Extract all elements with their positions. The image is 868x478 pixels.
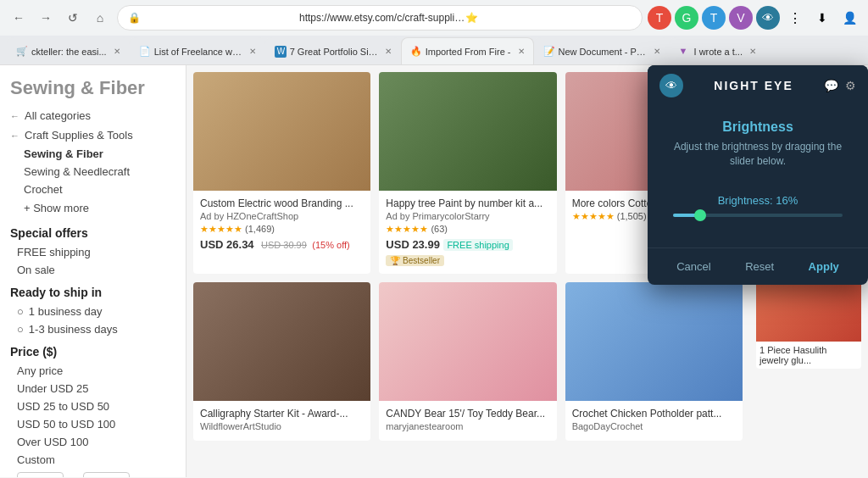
tab-imported[interactable]: 🔥 Imported From Fire - ✕ (401, 37, 534, 64)
price-high-input[interactable] (83, 472, 130, 477)
price-low-input[interactable] (17, 472, 64, 477)
product-shop-6: BagoDayCrochet (572, 421, 736, 431)
sidebar-sewing-needlecraft-label: Sewing & Needlecraft (24, 165, 130, 178)
tab-label-freelance: List of Freelance we... (154, 47, 242, 57)
product-shop-5: maryjanestearoom (386, 421, 549, 431)
tab-newdoc[interactable]: 📝 New Document - Pr... ✕ (534, 37, 670, 64)
address-bar[interactable]: 🔒 https://www.etsy.com/c/craft-supplies-… (117, 5, 643, 31)
sidebar-item-sewing-fiber[interactable]: Sewing & Fiber (0, 145, 186, 163)
night-eye-body: Brightness Adjust the brightness by drag… (648, 106, 868, 247)
sidebar-craft-supplies[interactable]: ← Craft Supplies & Tools (0, 125, 186, 145)
sidebar-free-shipping[interactable]: FREE shipping (0, 243, 186, 261)
tab-close-etsy[interactable]: ✕ (114, 47, 120, 56)
sidebar-all-categories[interactable]: ← All categories (0, 106, 186, 125)
product-price-row-1: USD 26.34 USD 30.99 (15% off) (200, 236, 364, 252)
night-eye-popup: 👁 NIGHT EYE 💬 ⚙ Brightness Adjust the br… (648, 65, 868, 285)
reset-button[interactable]: Reset (738, 257, 781, 276)
tab-close-freelance[interactable]: ✕ (249, 47, 256, 56)
tab-label-newdoc: New Document - Pr... (559, 47, 647, 57)
product-free-shipping-2: FREE shipping (443, 239, 512, 251)
product-card-1[interactable]: Custom Electric wood Branding ... Ad by … (193, 72, 370, 274)
tab-close-portfolio[interactable]: ✕ (385, 47, 392, 56)
slider-thumb[interactable] (694, 209, 706, 221)
ready-ship-title: Ready to ship in (0, 279, 186, 303)
radio-icon-1: ○ (17, 305, 24, 318)
price-title: Price ($) (10, 345, 175, 358)
night-eye-chat-icon[interactable]: 💬 (824, 79, 838, 92)
brightness-title: Brightness (665, 119, 851, 135)
lock-icon: 🔒 (128, 12, 294, 24)
cancel-button[interactable]: Cancel (670, 257, 717, 276)
page-content: Sewing & Fiber ← All categories ← Craft … (0, 65, 868, 477)
ext-icon-2[interactable]: G (675, 6, 698, 30)
product-price-row-2: USD 23.99 FREE shipping (386, 236, 549, 252)
right-product-jewelry[interactable]: 1 Piece Hasulith jewelry glu... (756, 274, 861, 369)
product-card-4[interactable]: Calligraphy Starter Kit - Award-... Wild… (193, 282, 370, 441)
product-title-6: Crochet Chicken Potholder patt... (572, 408, 736, 420)
download-button[interactable]: ⬇ (810, 6, 834, 30)
tab-freelance[interactable]: 📄 List of Freelance we... ✕ (130, 37, 265, 64)
brightness-slider-container[interactable] (665, 214, 851, 217)
browser-extension-icons: T G T V 👁 ⋮ ⬇ 👤 (648, 6, 861, 30)
tab-label-wrote: I wrote a t... (694, 47, 743, 57)
tab-favicon-newdoc: 📝 (543, 46, 555, 58)
sidebar-25-50[interactable]: USD 25 to USD 50 (10, 397, 175, 415)
refresh-button[interactable]: ↺ (61, 6, 85, 30)
night-eye-logo-icon: 👁 (665, 79, 677, 92)
sidebar-over-100[interactable]: Over USD 100 (10, 433, 175, 451)
product-shop-2: Ad by PrimarycolorStarry (386, 211, 549, 221)
radio-icon-2: ○ (17, 323, 24, 336)
night-eye-settings-icon[interactable]: ⚙ (845, 79, 856, 92)
sidebar-1-business-day[interactable]: ○ 1 business day (0, 303, 186, 320)
sidebar-all-categories-label: All categories (25, 109, 91, 122)
price-section: Price ($) Any price Under USD 25 USD 25 … (0, 338, 186, 477)
product-image-1 (193, 72, 370, 191)
tab-etsy[interactable]: 🛒 ckteller: the easi... ✕ (7, 37, 130, 64)
sidebar: Sewing & Fiber ← All categories ← Craft … (0, 65, 186, 477)
sidebar-sewing-fiber-label: Sewing & Fiber (24, 147, 103, 160)
forward-button[interactable]: → (34, 6, 58, 30)
sidebar-custom[interactable]: Custom (10, 451, 175, 469)
home-button[interactable]: ⌂ (88, 6, 112, 30)
tab-favicon-etsy: 🛒 (16, 46, 28, 58)
night-eye-title: NIGHT EYE (714, 79, 793, 92)
show-more-button[interactable]: + Show more (0, 198, 186, 218)
product-card-2[interactable]: Happy tree Paint by number kit a... Ad b… (379, 72, 556, 274)
sidebar-item-crochet[interactable]: Crochet (0, 181, 186, 198)
price-go-button[interactable]: › (164, 473, 169, 478)
browser-chrome: ← → ↺ ⌂ 🔒 https://www.etsy.com/c/craft-s… (0, 0, 868, 65)
product-title-1: Custom Electric wood Branding ... (200, 197, 364, 209)
ext-menu-button[interactable]: ⋮ (783, 6, 807, 30)
sidebar-under-25[interactable]: Under USD 25 (10, 380, 175, 397)
nav-buttons: ← → ↺ ⌂ (7, 6, 112, 30)
sidebar-on-sale[interactable]: On sale (0, 261, 186, 279)
product-shop-4: WildflowerArtStudio (200, 421, 364, 431)
night-eye-ext-icon[interactable]: 👁 (756, 6, 780, 30)
tab-close-imported[interactable]: ✕ (518, 47, 525, 56)
ext-icon-1[interactable]: T (648, 6, 671, 30)
arrow-left-icon: ← (10, 111, 19, 121)
apply-button[interactable]: Apply (802, 257, 846, 276)
tab-portfolio[interactable]: W 7 Great Portfolio Sit... ✕ (265, 37, 401, 64)
night-eye-footer: Cancel Reset Apply (648, 247, 868, 285)
sidebar-any-price[interactable]: Any price (10, 362, 175, 380)
sidebar-50-100[interactable]: USD 50 to USD 100 (10, 415, 175, 433)
ext-icon-4[interactable]: V (729, 6, 753, 30)
tab-favicon-imported: 🔥 (410, 46, 422, 58)
bestseller-badge-2: 🏆 Bestseller (386, 255, 444, 266)
bookmark-icon[interactable]: ⭐ (465, 12, 632, 24)
tab-close-newdoc[interactable]: ✕ (654, 47, 660, 56)
brightness-desc: Adjust the brightness by dragging the sl… (665, 140, 851, 169)
tab-close-wrote[interactable]: ✕ (749, 47, 756, 56)
profile-button[interactable]: 👤 (837, 6, 861, 30)
slider-track[interactable] (673, 214, 843, 217)
product-card-5[interactable]: CANDY Bear 15'/ Toy Teddy Bear... maryja… (379, 282, 556, 441)
sidebar-item-sewing-needlecraft[interactable]: Sewing & Needlecraft (0, 163, 186, 181)
sidebar-heading: Sewing & Fiber (0, 74, 186, 106)
sidebar-1-3-business-days[interactable]: ○ 1-3 business days (0, 320, 186, 338)
tab-wrote[interactable]: ▼ I wrote a t... ✕ (670, 37, 765, 64)
back-button[interactable]: ← (7, 6, 31, 30)
product-price-2: USD 23.99 (386, 238, 440, 251)
product-card-6[interactable]: Crochet Chicken Potholder patt... BagoDa… (565, 282, 743, 441)
ext-icon-3[interactable]: T (702, 6, 726, 30)
